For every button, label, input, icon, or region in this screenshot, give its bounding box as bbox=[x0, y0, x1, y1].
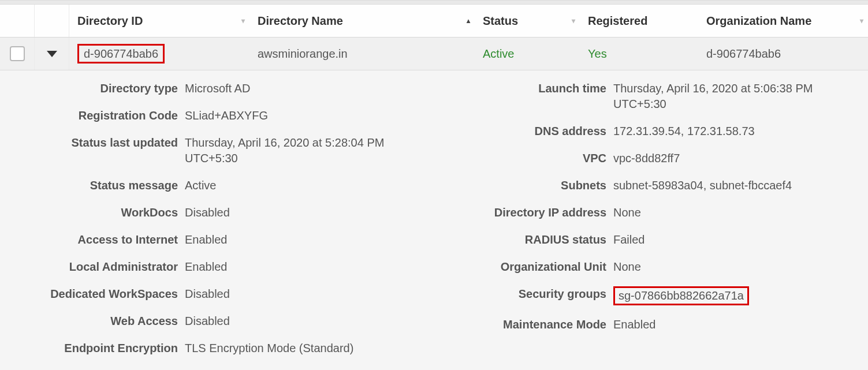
label-directory-type: Directory type bbox=[29, 81, 185, 96]
column-registered-label: Registered bbox=[588, 14, 647, 28]
column-organization-name[interactable]: Organization Name ▾ bbox=[698, 5, 868, 37]
detail-launch-time: Launch time Thursday, April 16, 2020 at … bbox=[453, 81, 862, 112]
label-security-groups: Security groups bbox=[453, 286, 613, 302]
row-select-checkbox[interactable] bbox=[10, 46, 25, 61]
detail-dedicated-workspaces: Dedicated WorkSpaces Disabled bbox=[29, 286, 453, 302]
detail-status-message: Status message Active bbox=[29, 178, 453, 193]
label-access-to-internet: Access to Internet bbox=[29, 232, 185, 248]
value-dns-address: 172.31.39.54, 172.31.58.73 bbox=[613, 124, 755, 139]
value-dedicated-workspaces: Disabled bbox=[185, 286, 230, 302]
value-vpc: vpc-8dd82ff7 bbox=[613, 151, 680, 166]
detail-radius-status: RADIUS status Failed bbox=[453, 232, 862, 248]
label-organizational-unit: Organizational Unit bbox=[453, 259, 613, 275]
cell-directory-name: awsminiorange.in bbox=[258, 47, 348, 61]
details-panel: Directory type Microsoft AD Registration… bbox=[0, 70, 868, 370]
detail-organizational-unit: Organizational Unit None bbox=[453, 259, 862, 275]
column-directory-name[interactable]: Directory Name ▴ bbox=[249, 5, 475, 37]
sort-dropdown-icon: ▾ bbox=[860, 17, 863, 25]
value-directory-ip-address: None bbox=[613, 205, 641, 220]
detail-maintenance-mode: Maintenance Mode Enabled bbox=[453, 317, 862, 332]
label-workdocs: WorkDocs bbox=[29, 205, 185, 220]
value-endpoint-encryption: TLS Encryption Mode (Standard) bbox=[185, 341, 353, 356]
label-local-administrator: Local Administrator bbox=[29, 259, 185, 275]
sort-asc-icon: ▴ bbox=[467, 17, 470, 25]
label-registration-code: Registration Code bbox=[29, 108, 185, 124]
detail-workdocs: WorkDocs Disabled bbox=[29, 205, 453, 220]
label-web-access: Web Access bbox=[29, 313, 185, 329]
column-directory-id[interactable]: Directory ID ▾ bbox=[69, 5, 249, 37]
column-directory-id-label: Directory ID bbox=[77, 14, 143, 28]
value-access-to-internet: Enabled bbox=[185, 232, 227, 248]
value-local-administrator: Enabled bbox=[185, 259, 227, 275]
label-dns-address: DNS address bbox=[453, 124, 613, 139]
value-maintenance-mode: Enabled bbox=[613, 317, 655, 332]
detail-status-last-updated: Status last updated Thursday, April 16, … bbox=[29, 135, 453, 166]
detail-directory-ip-address: Directory IP address None bbox=[453, 205, 862, 220]
detail-security-groups: Security groups sg-07866bb882662a71a bbox=[453, 286, 862, 305]
detail-vpc: VPC vpc-8dd82ff7 bbox=[453, 151, 862, 166]
header-expand-cell bbox=[35, 5, 69, 37]
header-checkbox-cell bbox=[0, 5, 35, 37]
detail-subnets: Subnets subnet-58983a04, subnet-fbccaef4 bbox=[453, 178, 862, 193]
detail-endpoint-encryption: Endpoint Encryption TLS Encryption Mode … bbox=[29, 341, 453, 356]
detail-dns-address: DNS address 172.31.39.54, 172.31.58.73 bbox=[453, 124, 862, 139]
top-divider bbox=[0, 0, 868, 5]
label-directory-ip-address: Directory IP address bbox=[453, 205, 613, 220]
column-directory-name-label: Directory Name bbox=[258, 14, 343, 28]
detail-access-to-internet: Access to Internet Enabled bbox=[29, 232, 453, 248]
cell-status: Active bbox=[483, 47, 514, 61]
column-status[interactable]: Status ▾ bbox=[475, 5, 580, 37]
value-directory-type: Microsoft AD bbox=[185, 81, 250, 96]
label-maintenance-mode: Maintenance Mode bbox=[453, 317, 613, 332]
detail-directory-type: Directory type Microsoft AD bbox=[29, 81, 453, 96]
value-organizational-unit: None bbox=[613, 259, 641, 275]
table-row[interactable]: d-906774bab6 awsminiorange.in Active Yes… bbox=[0, 38, 868, 70]
cell-registered: Yes bbox=[588, 47, 607, 61]
value-launch-time: Thursday, April 16, 2020 at 5:06:38 PM U… bbox=[613, 81, 862, 112]
sort-dropdown-icon: ▾ bbox=[241, 17, 245, 25]
value-workdocs: Disabled bbox=[185, 205, 230, 220]
label-radius-status: RADIUS status bbox=[453, 232, 613, 248]
details-col-left: Directory type Microsoft AD Registration… bbox=[29, 81, 453, 368]
label-status-last-updated: Status last updated bbox=[29, 135, 185, 151]
detail-local-administrator: Local Administrator Enabled bbox=[29, 259, 453, 275]
cell-directory-id: d-906774bab6 bbox=[77, 44, 165, 63]
value-web-access: Disabled bbox=[185, 313, 230, 329]
value-status-message: Active bbox=[185, 178, 216, 193]
detail-web-access: Web Access Disabled bbox=[29, 313, 453, 329]
details-col-right: Launch time Thursday, April 16, 2020 at … bbox=[453, 81, 868, 368]
label-launch-time: Launch time bbox=[453, 81, 613, 96]
label-vpc: VPC bbox=[453, 151, 613, 166]
value-subnets: subnet-58983a04, subnet-fbccaef4 bbox=[613, 178, 792, 193]
table-header: Directory ID ▾ Directory Name ▴ Status ▾… bbox=[0, 5, 868, 38]
column-status-label: Status bbox=[483, 14, 518, 28]
value-security-groups: sg-07866bb882662a71a bbox=[613, 286, 749, 305]
label-status-message: Status message bbox=[29, 178, 185, 193]
column-organization-name-label: Organization Name bbox=[706, 14, 811, 28]
detail-registration-code: Registration Code SLiad+ABXYFG bbox=[29, 108, 453, 124]
value-registration-code: SLiad+ABXYFG bbox=[185, 108, 268, 124]
label-dedicated-workspaces: Dedicated WorkSpaces bbox=[29, 286, 185, 302]
label-subnets: Subnets bbox=[453, 178, 613, 193]
value-status-last-updated: Thursday, April 16, 2020 at 5:28:04 PM U… bbox=[185, 135, 433, 166]
value-radius-status: Failed bbox=[613, 232, 645, 248]
value-security-groups-text: sg-07866bb882662a71a bbox=[613, 286, 749, 305]
sort-dropdown-icon: ▾ bbox=[572, 17, 575, 25]
cell-organization-name: d-906774bab6 bbox=[706, 47, 781, 61]
column-registered[interactable]: Registered bbox=[580, 5, 698, 37]
label-endpoint-encryption: Endpoint Encryption bbox=[29, 341, 185, 356]
expand-row-icon[interactable] bbox=[47, 51, 57, 57]
